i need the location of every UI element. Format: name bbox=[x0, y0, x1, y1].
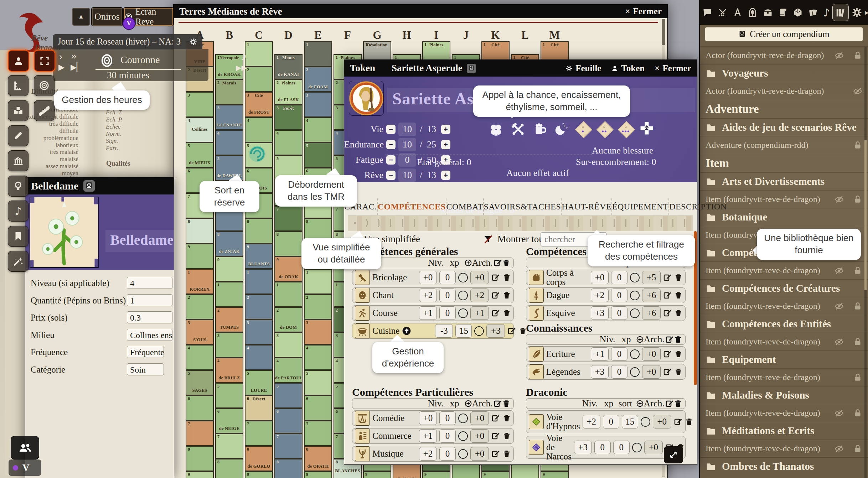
field-value-milieu[interactable]: Collines ensoleil bbox=[127, 329, 172, 341]
tmr-cell[interactable]: 7 bbox=[274, 206, 303, 231]
stat-increase-button[interactable]: + bbox=[441, 171, 450, 180]
skill-niv[interactable]: +0 bbox=[419, 271, 437, 284]
eyeslash-icon[interactable] bbox=[835, 337, 844, 347]
tab-comp-tences[interactable]: COMPÉTENCES bbox=[377, 198, 446, 215]
ruler-tool-button[interactable] bbox=[8, 75, 29, 96]
delete-skill-icon[interactable] bbox=[502, 273, 511, 282]
stat-decrease-button[interactable]: − bbox=[386, 125, 396, 134]
stat-decrease-button[interactable]: − bbox=[386, 155, 396, 165]
skill-name[interactable]: Commerce bbox=[372, 431, 417, 441]
add-skill-icon[interactable] bbox=[464, 400, 472, 407]
eyeslash-icon[interactable] bbox=[835, 195, 844, 204]
skill-xp[interactable]: 0 bbox=[611, 365, 627, 379]
tmr-cell[interactable]: 3 bbox=[304, 319, 332, 345]
tmr-cell[interactable]: 3 bbox=[215, 332, 243, 358]
skill-xp[interactable]: 0 bbox=[439, 306, 456, 320]
eyeslash-icon[interactable] bbox=[835, 266, 844, 275]
stat-current[interactable]: 10 bbox=[398, 168, 416, 182]
book-icon[interactable] bbox=[467, 64, 476, 73]
skill-roll-circle[interactable] bbox=[630, 291, 640, 300]
skill-row-cuisine[interactable]: Cuisine-315+3 bbox=[352, 323, 514, 339]
xp-up-icon[interactable] bbox=[402, 326, 411, 336]
skill-name[interactable]: Esquive bbox=[546, 308, 588, 318]
sidebar-collapse-icon[interactable]: ▶ bbox=[865, 10, 868, 15]
edit-skill-icon[interactable] bbox=[663, 309, 672, 317]
tmr-cell[interactable]: 3 bbox=[274, 332, 303, 358]
eyeslash-icon[interactable] bbox=[835, 409, 844, 418]
wound-level-2-icon[interactable]: ⌂●● bbox=[596, 121, 612, 137]
nav-oniros-button[interactable]: Oniros bbox=[92, 8, 122, 26]
skill-xp[interactable]: 0 bbox=[439, 429, 456, 443]
tmr-cell[interactable]: 3 bbox=[245, 319, 273, 345]
skill-xp[interactable]: 0 bbox=[439, 289, 456, 302]
lock-icon[interactable] bbox=[853, 51, 862, 60]
delete-skill-icon[interactable] bbox=[674, 291, 683, 300]
skill-row-voie-de-narcos[interactable]: Voie de Narcos+300+0 bbox=[526, 436, 686, 459]
tmr-cell[interactable]: 8 bbox=[274, 459, 303, 478]
skill-niv[interactable]: +3 bbox=[591, 306, 609, 320]
delete-skill-icon[interactable] bbox=[674, 273, 683, 282]
delete-all-icon[interactable] bbox=[502, 259, 511, 267]
target-tool-button[interactable] bbox=[34, 75, 55, 96]
tmr-cell[interactable]: 9 bbox=[215, 256, 243, 282]
tab-cards[interactable] bbox=[806, 5, 821, 20]
eyeslash-icon[interactable] bbox=[853, 87, 862, 96]
delete-all-icon[interactable] bbox=[502, 399, 511, 408]
heal-icon[interactable] bbox=[639, 120, 655, 137]
compendium-folder[interactable]: Maladies & Poisons bbox=[700, 386, 868, 404]
tmr-cell[interactable]: 4 bbox=[215, 130, 243, 155]
step-forward-icon[interactable]: › bbox=[59, 51, 62, 62]
skill-xp[interactable]: 0 bbox=[611, 271, 627, 284]
tmr-cell[interactable]: 9 bbox=[541, 471, 569, 478]
create-compendium-button[interactable]: Créer un compendium bbox=[705, 27, 863, 41]
bookmark-tool-button[interactable] bbox=[8, 226, 29, 247]
tmr-cell[interactable]: 7 bbox=[245, 421, 273, 446]
skill-niv[interactable]: +2 bbox=[419, 447, 437, 461]
tab-items[interactable] bbox=[760, 5, 775, 20]
skill-roll-circle[interactable] bbox=[458, 431, 468, 441]
tmr-cell[interactable]: 1 bbox=[215, 282, 243, 307]
skill-roll-circle[interactable] bbox=[474, 326, 484, 336]
skill-niv[interactable]: +1 bbox=[419, 306, 437, 320]
skill-niv[interactable]: +1 bbox=[419, 429, 437, 443]
skill-roll-circle[interactable] bbox=[630, 308, 640, 318]
belledame-titlebar[interactable]: Belledame bbox=[25, 177, 174, 194]
tab-tables[interactable] bbox=[790, 5, 805, 20]
show-all-toggle[interactable]: Montrer tout bbox=[483, 234, 546, 245]
tab-compendium[interactable] bbox=[832, 4, 849, 21]
skill-row-bricolage[interactable]: Bricolage+00+0 bbox=[352, 270, 514, 285]
skill-name[interactable]: Dague bbox=[546, 291, 588, 300]
dice-tool-button[interactable] bbox=[8, 100, 29, 121]
compendium-folder[interactable]: Aides de jeu de scenarios Rêve de Dragon… bbox=[700, 118, 868, 136]
skill-name[interactable]: Musique bbox=[372, 449, 417, 458]
edit-skill-icon[interactable] bbox=[663, 368, 672, 376]
compendium-folder[interactable]: Compétences de Créatures bbox=[700, 279, 868, 297]
tmr-cell[interactable]: 4 bbox=[245, 345, 273, 370]
tmr-cell[interactable]: 8 bbox=[245, 218, 273, 244]
tmr-cell[interactable]: 9 bbox=[245, 471, 273, 478]
tmr-cell[interactable]: 5 bbox=[304, 370, 332, 395]
edit-skill-icon[interactable] bbox=[491, 291, 500, 300]
skill-roll-circle[interactable] bbox=[630, 367, 640, 377]
lock-icon[interactable] bbox=[853, 141, 862, 150]
skill-xp[interactable]: 0 bbox=[603, 415, 619, 428]
skill-xp[interactable]: 0 bbox=[439, 411, 456, 425]
tab-haut-r-ve[interactable]: HAUT-RÊVE bbox=[561, 198, 611, 215]
lock-icon[interactable] bbox=[853, 195, 862, 204]
skill-xp[interactable]: 0 bbox=[594, 441, 611, 454]
bank-tool-button[interactable] bbox=[8, 150, 29, 171]
token-button[interactable]: Token bbox=[611, 63, 645, 73]
tmr-cell[interactable]: 8 bbox=[274, 231, 303, 256]
skill-sort-xp[interactable]: 0 bbox=[613, 441, 630, 454]
skill-row-dague[interactable]: Dague+20+6 bbox=[526, 287, 686, 303]
wand-tool-button[interactable] bbox=[8, 251, 29, 272]
tmr-cell[interactable]: 7 bbox=[215, 433, 243, 459]
skill-xp[interactable]: 0 bbox=[611, 347, 627, 361]
field-value-fr-quence[interactable]: Fréquente bbox=[127, 346, 164, 358]
tmr-cell[interactable]: 8 bbox=[186, 446, 214, 471]
actor-titlebar[interactable]: Token Sariette Asperule Feuille Token × … bbox=[344, 60, 697, 77]
skill-roll-circle[interactable] bbox=[458, 291, 468, 300]
lock-icon[interactable] bbox=[853, 373, 862, 382]
tmr-cell[interactable]: 6 bbox=[186, 395, 214, 421]
compendium-folder[interactable]: Arts et Divertissements bbox=[700, 172, 868, 190]
